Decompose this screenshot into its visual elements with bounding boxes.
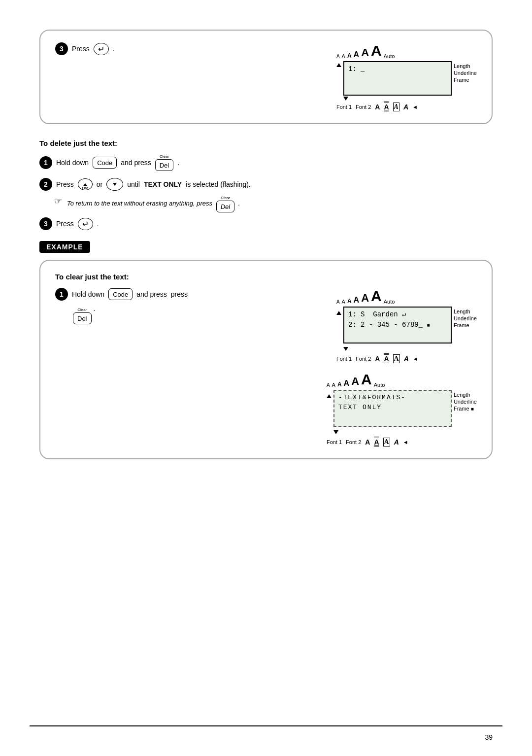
ex-lcd-screen-top: 1: S Garden ↵ 2: 2 - 345 - 6789_ ■ xyxy=(343,307,452,344)
ex-style-a3-top: A xyxy=(393,354,400,363)
font-auto-label: Auto xyxy=(384,53,395,59)
ex-style-a1-top: A xyxy=(375,355,380,363)
step3-press-label: Press xyxy=(56,220,74,228)
section-title-delete: To delete just the text: xyxy=(39,139,493,147)
step1-period: . xyxy=(177,159,179,167)
ex-length-label-top: Length xyxy=(454,309,477,314)
ex-font1-top: Font 1 xyxy=(336,356,352,362)
ex-font-s: A xyxy=(342,299,345,305)
ex-length-label-bot: Length xyxy=(454,392,477,398)
note-icon: ☞ xyxy=(54,196,62,206)
ex-style-a2-bot: A xyxy=(374,438,379,446)
top-step3-press-label: Press xyxy=(72,45,90,53)
style-a-outline: A xyxy=(384,103,389,111)
ex-font-l: A xyxy=(354,296,360,305)
font-size-xxl: A xyxy=(371,42,382,59)
ex-lcd-font-row-bottom: A A A A A A Auto xyxy=(327,371,477,388)
ex-font-xl: A xyxy=(361,292,369,305)
clear-super-1: Clear xyxy=(160,154,169,159)
step-num-3-main: 3 xyxy=(39,217,52,230)
example-badge: EXAMPLE xyxy=(39,241,90,253)
ex-font-xs-b: A xyxy=(327,382,330,388)
style-a-normal: A xyxy=(375,103,380,111)
lcd-up-arrow xyxy=(336,63,341,67)
ex-code-key[interactable]: Code xyxy=(108,288,133,300)
del-key-1[interactable]: Del xyxy=(155,159,174,171)
step3-row: 3 Press ↵ . xyxy=(39,217,493,230)
up-down-key[interactable]: End xyxy=(78,178,93,190)
step1-text-middle: and press xyxy=(121,159,151,167)
step2-text-press: Press xyxy=(56,180,74,188)
example-lcd-bottom: A A A A A A Auto ‐TEXT&FORMATS‐ TEXT ONL… xyxy=(327,371,477,447)
ex-underline-label-top: Underline xyxy=(454,315,477,321)
step1-row: 1 Hold down Code and press Clear Del . xyxy=(39,154,493,171)
note-row: ☞ To return to the text without erasing … xyxy=(54,196,493,212)
step2-row: 2 Press End or until TEXT ONLY is select… xyxy=(39,178,493,191)
step2-text-until: until xyxy=(127,180,140,188)
step1-text-before: Hold down xyxy=(56,159,89,167)
lcd-font-size-row: A A A A A A Auto xyxy=(336,42,477,59)
ex-step1-period: . xyxy=(93,305,95,312)
ex-step1-text2: and press xyxy=(136,290,166,298)
ex-underline-label-bot: Underline xyxy=(454,399,477,405)
font2-label: Font 2 xyxy=(356,104,371,110)
ex-lcd-bottom-bot: Font 1 Font 2 A A A A ◄ xyxy=(327,438,477,447)
enter-key-step3[interactable]: ↵ xyxy=(78,218,93,230)
ex-step1-text2-cont: press xyxy=(171,290,188,298)
ex-style-a2-top: A xyxy=(384,355,389,363)
example-step1-row: 1 Hold down Code and press press xyxy=(55,288,317,301)
ex-font-xxl: A xyxy=(371,288,382,305)
ex-clear-super: Clear xyxy=(77,308,87,312)
ex-font-auto: Auto xyxy=(384,299,395,305)
step-num-2: 2 xyxy=(39,178,52,191)
example-step-num-1: 1 xyxy=(55,288,68,301)
ex-font-xxl-b: A xyxy=(361,371,372,388)
step-num-1: 1 xyxy=(39,156,52,169)
ex-font-m-b: A xyxy=(337,381,342,388)
example-left: 1 Hold down Code and press press Clear D… xyxy=(55,288,317,324)
ex-style-a1-bot: A xyxy=(365,438,370,446)
down-arrow-icon xyxy=(113,183,117,186)
ex-right-labels-top: Length Underline Frame xyxy=(454,309,477,328)
font-size-xs: A xyxy=(336,54,340,59)
note-text: To return to the text without erasing an… xyxy=(67,196,240,212)
top-step3-period: . xyxy=(113,45,115,53)
ex-font2-top: Font 2 xyxy=(356,356,371,362)
ex-style-a3-bot: A xyxy=(383,438,390,447)
right-label-underline: Underline xyxy=(454,70,477,76)
style-arrow: ◄ xyxy=(412,104,418,110)
ex-font1-bot: Font 1 xyxy=(327,439,342,445)
example-del-row: Clear Del . xyxy=(73,305,317,324)
ex-font-xs: A xyxy=(336,299,340,305)
ex-font-l-b: A xyxy=(344,379,350,388)
ex-font-s-b: A xyxy=(332,382,335,388)
font-size-xl: A xyxy=(361,46,369,59)
del-key-note[interactable]: Del xyxy=(216,201,235,212)
ex-arrow-top: ◄ xyxy=(413,356,418,362)
enter-key[interactable]: ↵ xyxy=(94,43,109,55)
ex-right-labels-bot: Length Underline Frame ■ xyxy=(454,392,477,412)
ex-down-arrow-top xyxy=(343,347,348,351)
ex-font-auto-b: Auto xyxy=(374,382,385,388)
ex-font-xl-b: A xyxy=(351,375,359,388)
del-key-wrapper-note: Clear Del xyxy=(216,196,235,212)
top-instruction-box: 3 Press ↵ . A A A A A A Auto xyxy=(39,30,493,124)
ex-font-m: A xyxy=(347,298,352,305)
code-key-1[interactable]: Code xyxy=(93,157,117,169)
end-label: End xyxy=(82,186,88,190)
ex-lcd-line2-top: 2: 2 - 345 - 6789_ ■ xyxy=(348,320,447,330)
step2-text-end: is selected (flashing). xyxy=(186,180,251,188)
down-arrow-key[interactable] xyxy=(106,178,123,191)
ex-lcd-screen-bottom: ‐TEXT&FORMATS‐ TEXT ONLY xyxy=(333,390,452,427)
clear-super-note: Clear xyxy=(221,196,230,200)
right-label-frame: Frame xyxy=(454,77,477,83)
ex-del-key-wrapper: Clear Del xyxy=(73,308,92,324)
font1-label: Font 1 xyxy=(336,104,352,110)
step2-bold-text: TEXT ONLY xyxy=(144,180,182,188)
ex-del-key[interactable]: Del xyxy=(73,312,92,324)
ex-lcd-line2-bot: TEXT ONLY xyxy=(338,403,447,412)
font-size-s: A xyxy=(342,53,345,59)
step2-text-or: or xyxy=(97,180,102,188)
page-bottom-line xyxy=(30,725,502,726)
example-box-title: To clear just the text: xyxy=(55,273,477,281)
